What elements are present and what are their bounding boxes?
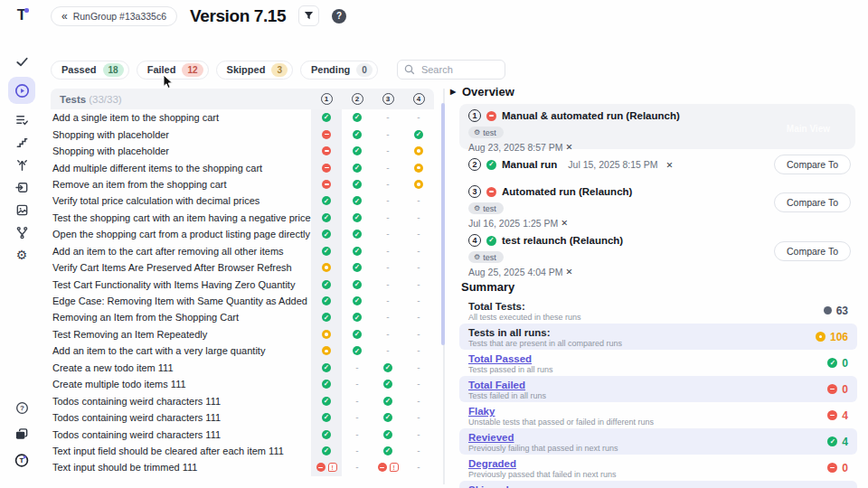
table-row[interactable]: Open the shopping cart from a product li…	[51, 226, 434, 242]
filter-button[interactable]	[298, 5, 319, 26]
remove-run-icon[interactable]: ✕	[561, 218, 568, 228]
table-row[interactable]: Create multiple todo items 111✓-✓-	[51, 376, 434, 392]
run-entry-2[interactable]: 2✓Manual runJul 15, 2025 8:15 PM✕Compare…	[459, 155, 855, 174]
sidebar-item-runs-active[interactable]	[8, 77, 35, 104]
status-cell: -	[403, 397, 434, 406]
passed-status-icon: ✓	[353, 146, 362, 155]
table-row[interactable]: Add an item to the cart with a very larg…	[51, 343, 434, 359]
summary-count: 4	[842, 436, 848, 448]
no-result-dash: -	[386, 247, 389, 256]
table-row[interactable]: Todos containing weird characters 111✓-✓…	[51, 426, 434, 442]
table-row[interactable]: Test the shopping cart with an item havi…	[51, 210, 434, 226]
summary-link[interactable]: Revieved	[468, 431, 514, 444]
table-row[interactable]: Text input should be trimmed 111!-!-	[51, 459, 434, 475]
table-row[interactable]: Verify total price calculation with deci…	[51, 192, 434, 209]
run-date-line: Aug 23, 2025 8:57 PM✕	[468, 141, 846, 153]
failed-status-icon	[486, 111, 496, 121]
table-row[interactable]: Create a new todo item 111✓-✓-	[51, 360, 434, 376]
run-column-header-1[interactable]: 1	[311, 93, 342, 105]
status-cell	[311, 263, 342, 272]
status-cell: !	[311, 463, 342, 472]
run-column-header-3[interactable]: 3	[373, 93, 403, 105]
summary-value: 0	[827, 462, 848, 474]
run-entry-1[interactable]: 1Manual & automated run (Relaunch)⚙testA…	[459, 104, 855, 149]
run-entry-3[interactable]: 3Automated run (Relaunch)⚙testJul 16, 20…	[459, 180, 855, 225]
import-icon[interactable]	[14, 180, 29, 194]
passed-status-icon: ✓	[322, 113, 331, 122]
comment-badge-icon[interactable]: !	[390, 463, 399, 472]
steps-icon[interactable]	[14, 135, 29, 149]
status-cell: ✓	[342, 296, 373, 305]
no-result-dash: -	[355, 463, 358, 472]
rungroup-back-button[interactable]: « RunGroup #13a335c6	[51, 6, 177, 26]
checklist-icon[interactable]	[14, 112, 29, 127]
scrollbar-thumb[interactable]	[441, 103, 445, 345]
app-logo[interactable]: T	[17, 7, 26, 23]
no-result-dash: -	[417, 280, 420, 289]
branches-icon[interactable]	[14, 225, 29, 239]
run-tag-badge[interactable]: ⚙test	[468, 202, 504, 214]
filter-chip-skipped[interactable]: Skipped3	[216, 61, 293, 80]
summary-link[interactable]: Degraded	[468, 457, 516, 470]
status-cell	[311, 330, 342, 339]
collapse-arrow-icon[interactable]: ▶	[450, 88, 456, 96]
no-result-dash: -	[417, 330, 420, 339]
status-cell: ✓	[342, 164, 373, 173]
table-row[interactable]: Shopping with placeholder✓-	[51, 143, 434, 159]
run-column-header-2[interactable]: 2	[342, 93, 373, 105]
summary-link[interactable]: Total Failed	[468, 379, 525, 391]
table-row[interactable]: Shopping with placeholder✓-✓	[51, 126, 434, 142]
help-button[interactable]: ?	[332, 9, 346, 23]
no-result-dash: -	[386, 346, 389, 355]
run-tag-badge[interactable]: ⚙test	[468, 127, 504, 138]
no-result-dash: -	[417, 247, 420, 256]
filter-chip-pending[interactable]: Pending0	[300, 61, 378, 80]
table-row[interactable]: Todos containing weird characters 111✓-✓…	[51, 392, 434, 408]
run-entry-4[interactable]: 4✓test relaunch (Relaunch)⚙testAug 25, 2…	[459, 229, 855, 274]
remove-run-icon[interactable]: ✕	[566, 267, 573, 277]
comment-badge-icon[interactable]: !	[328, 463, 337, 472]
run-column-header-4[interactable]: 4	[403, 93, 434, 105]
compare-to-button[interactable]: Compare To	[774, 155, 851, 174]
status-cell: ✓	[311, 113, 342, 122]
failed-status-icon	[827, 463, 837, 473]
projects-icon[interactable]	[14, 427, 29, 441]
run-tag-badge[interactable]: ⚙test	[468, 251, 504, 263]
status-cell	[311, 164, 342, 173]
compare-to-button[interactable]: Compare To	[774, 192, 851, 212]
analytics-icon[interactable]	[14, 157, 29, 172]
table-row[interactable]: Remove an item from the shopping cart✓-	[51, 176, 434, 192]
skipped-status-icon	[322, 263, 331, 272]
summary-link[interactable]: Skipped	[468, 483, 509, 488]
summary-value: 63	[824, 305, 848, 317]
tag-gear-icon: ⚙	[474, 253, 480, 261]
summary-link[interactable]: Flaky	[468, 405, 495, 418]
filter-chip-passed[interactable]: Passed18	[51, 61, 129, 80]
table-row[interactable]: Edge Case: Removing Item with Same Quant…	[51, 293, 434, 309]
settings-gear-icon[interactable]: ⚙	[14, 248, 29, 262]
remove-run-icon[interactable]: ✕	[666, 160, 674, 170]
table-row[interactable]: Removing an Item from the Shopping Cart✓…	[51, 309, 434, 325]
compare-to-button[interactable]: Compare To	[774, 241, 851, 261]
summary-count: 106	[830, 331, 848, 343]
table-row[interactable]: Test Removing an Item Repeatedly✓--	[51, 326, 434, 343]
check-icon[interactable]	[14, 54, 29, 69]
test-name: Test Cart Functionality with Items Havin…	[51, 279, 311, 290]
summary-link[interactable]: Total Passed	[468, 352, 532, 365]
table-row[interactable]: Todos containing weird characters 111✓-✓…	[51, 409, 434, 426]
profile-icon[interactable]: T	[14, 453, 29, 467]
table-row[interactable]: Add multiple different items to the shop…	[51, 159, 434, 175]
circled-number: 4	[413, 93, 425, 105]
table-row[interactable]: Test Cart Functionality with Items Havin…	[51, 276, 434, 292]
status-cell: -	[403, 113, 434, 122]
help-icon[interactable]: ?	[14, 400, 29, 415]
table-row[interactable]: Add a single item to the shopping cart✓✓…	[51, 109, 434, 126]
screenshots-icon[interactable]	[14, 202, 29, 217]
test-name: Test Removing an Item Repeatedly	[51, 329, 311, 340]
passed-status-icon: ✓	[322, 247, 331, 256]
table-row[interactable]: Verify Cart Items Are Preserved After Br…	[51, 259, 434, 276]
status-cell: -	[342, 463, 373, 472]
table-row[interactable]: Add an item to the cart after removing a…	[51, 243, 434, 259]
table-row[interactable]: Text input field should be cleared after…	[51, 443, 434, 459]
remove-run-icon[interactable]: ✕	[566, 142, 573, 152]
